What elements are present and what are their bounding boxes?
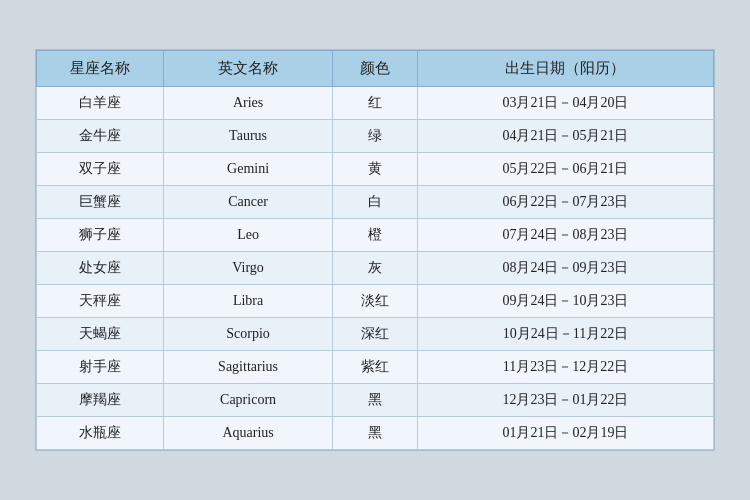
cell-chinese: 天蝎座 [37,318,164,351]
cell-english: Gemini [163,153,332,186]
cell-color: 红 [333,87,418,120]
header-chinese-name: 星座名称 [37,51,164,87]
cell-english: Taurus [163,120,332,153]
table-row: 巨蟹座Cancer白06月22日－07月23日 [37,186,714,219]
cell-english: Scorpio [163,318,332,351]
table-row: 水瓶座Aquarius黑01月21日－02月19日 [37,417,714,450]
cell-color: 深红 [333,318,418,351]
cell-chinese: 处女座 [37,252,164,285]
cell-english: Cancer [163,186,332,219]
cell-chinese: 巨蟹座 [37,186,164,219]
cell-date: 12月23日－01月22日 [417,384,713,417]
header-birthday: 出生日期（阳历） [417,51,713,87]
table-body: 白羊座Aries红03月21日－04月20日金牛座Taurus绿04月21日－0… [37,87,714,450]
cell-chinese: 天秤座 [37,285,164,318]
cell-color: 紫红 [333,351,418,384]
cell-chinese: 双子座 [37,153,164,186]
cell-english: Aquarius [163,417,332,450]
header-english-name: 英文名称 [163,51,332,87]
cell-english: Capricorn [163,384,332,417]
cell-english: Virgo [163,252,332,285]
cell-color: 黑 [333,384,418,417]
cell-date: 10月24日－11月22日 [417,318,713,351]
cell-color: 淡红 [333,285,418,318]
cell-date: 11月23日－12月22日 [417,351,713,384]
cell-color: 黑 [333,417,418,450]
cell-date: 08月24日－09月23日 [417,252,713,285]
table-row: 狮子座Leo橙07月24日－08月23日 [37,219,714,252]
cell-english: Aries [163,87,332,120]
zodiac-table-container: 星座名称 英文名称 颜色 出生日期（阳历） 白羊座Aries红03月21日－04… [35,49,715,451]
cell-date: 04月21日－05月21日 [417,120,713,153]
cell-color: 橙 [333,219,418,252]
table-row: 摩羯座Capricorn黑12月23日－01月22日 [37,384,714,417]
table-row: 处女座Virgo灰08月24日－09月23日 [37,252,714,285]
table-row: 射手座Sagittarius紫红11月23日－12月22日 [37,351,714,384]
cell-date: 06月22日－07月23日 [417,186,713,219]
zodiac-table: 星座名称 英文名称 颜色 出生日期（阳历） 白羊座Aries红03月21日－04… [36,50,714,450]
cell-chinese: 射手座 [37,351,164,384]
table-row: 双子座Gemini黄05月22日－06月21日 [37,153,714,186]
cell-english: Leo [163,219,332,252]
cell-chinese: 金牛座 [37,120,164,153]
header-color: 颜色 [333,51,418,87]
cell-chinese: 水瓶座 [37,417,164,450]
cell-english: Libra [163,285,332,318]
cell-color: 白 [333,186,418,219]
table-row: 天秤座Libra淡红09月24日－10月23日 [37,285,714,318]
cell-english: Sagittarius [163,351,332,384]
cell-chinese: 白羊座 [37,87,164,120]
cell-color: 绿 [333,120,418,153]
cell-chinese: 摩羯座 [37,384,164,417]
cell-color: 灰 [333,252,418,285]
cell-date: 05月22日－06月21日 [417,153,713,186]
cell-color: 黄 [333,153,418,186]
cell-date: 03月21日－04月20日 [417,87,713,120]
cell-date: 01月21日－02月19日 [417,417,713,450]
table-header-row: 星座名称 英文名称 颜色 出生日期（阳历） [37,51,714,87]
cell-date: 09月24日－10月23日 [417,285,713,318]
table-row: 金牛座Taurus绿04月21日－05月21日 [37,120,714,153]
table-row: 天蝎座Scorpio深红10月24日－11月22日 [37,318,714,351]
cell-date: 07月24日－08月23日 [417,219,713,252]
cell-chinese: 狮子座 [37,219,164,252]
table-row: 白羊座Aries红03月21日－04月20日 [37,87,714,120]
